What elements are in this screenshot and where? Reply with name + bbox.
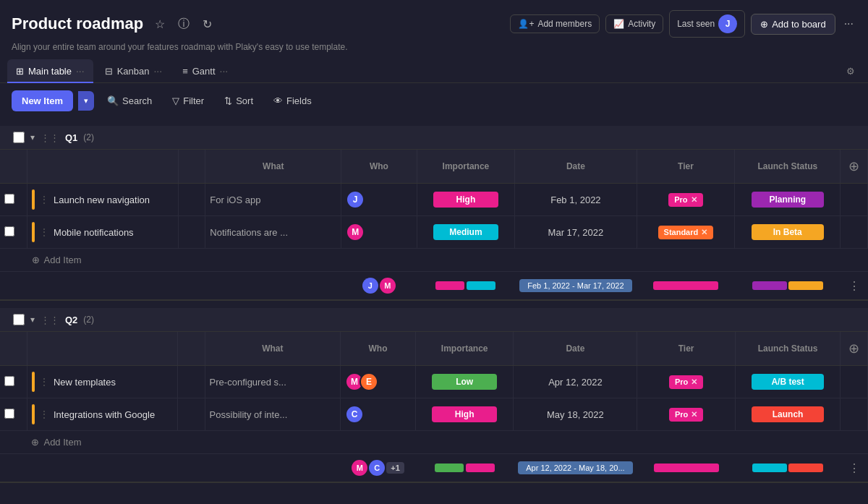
row-check-cell[interactable] <box>0 398 27 431</box>
header: Product roadmap ☆ ⓘ ↻ 👤+ Add members 📈 A… <box>0 0 868 42</box>
add-to-board-button[interactable]: ⊕ Add to board <box>751 14 835 35</box>
summary-row: JM Feb 1, 2022 - Mar 17, 2022 ⋮ <box>0 272 868 301</box>
group-chevron[interactable]: ▾ <box>30 315 35 325</box>
tier-remove[interactable]: ✕ <box>691 195 697 205</box>
row-date: May 18, 2022 <box>514 398 637 431</box>
avatar: M <box>346 223 365 242</box>
group-checkbox[interactable] <box>13 314 25 325</box>
tier-badge: Standard ✕ <box>658 226 714 239</box>
col-header-importance[interactable]: Importance <box>417 150 515 184</box>
row-checkbox[interactable] <box>4 409 14 419</box>
summary-dots[interactable]: ⋮ <box>841 272 868 301</box>
row-checkbox[interactable] <box>4 194 14 204</box>
add-item-button[interactable]: ⊕ Add Item <box>32 255 82 265</box>
avatar: J <box>718 14 737 33</box>
filter-button[interactable]: ▽ Filter <box>165 91 211 111</box>
col-header-what[interactable]: What <box>205 332 340 366</box>
refresh-icon[interactable]: ↻ <box>200 16 215 33</box>
summary-who: JM <box>341 272 417 301</box>
col-header-date[interactable]: Date <box>514 332 637 366</box>
row-check-cell[interactable] <box>0 184 27 216</box>
row-importance: High <box>417 184 515 216</box>
tab-kanban[interactable]: ⊟ Kanban ··· <box>96 59 171 82</box>
tab-kanban-more[interactable]: ··· <box>153 65 162 77</box>
summary-check <box>0 272 27 301</box>
add-item-button[interactable]: ⊕ Add Item <box>31 437 81 448</box>
group-checkbox[interactable] <box>13 132 25 143</box>
add-column-button[interactable]: ⊕ <box>846 155 862 177</box>
row-checkbox[interactable] <box>4 226 14 236</box>
col-header-who[interactable]: Who <box>340 332 415 366</box>
launch-summary-bar <box>788 464 823 472</box>
col-header-add[interactable]: ⊕ <box>841 332 868 366</box>
tier-remove[interactable]: ✕ <box>701 228 707 237</box>
col-header-launch[interactable]: Launch Status <box>735 332 841 366</box>
col-header-date[interactable]: Date <box>515 150 637 184</box>
summary-spacer <box>178 272 205 301</box>
col-header-who[interactable]: Who <box>341 150 417 184</box>
table-icon: ⊞ <box>16 66 24 77</box>
row-who: C <box>340 398 415 431</box>
avatar: J <box>362 278 378 294</box>
col-header-launch[interactable]: Launch Status <box>735 150 841 184</box>
summary-more-button[interactable]: ⋮ <box>848 461 860 475</box>
row-checkbox[interactable] <box>4 376 14 386</box>
row-spacer <box>178 366 205 398</box>
info-icon[interactable]: ⓘ <box>175 15 192 33</box>
tier-remove[interactable]: ✕ <box>691 377 697 387</box>
tier-badge: Pro ✕ <box>669 408 703 422</box>
col-header-add[interactable]: ⊕ <box>841 150 868 184</box>
summary-check <box>0 454 27 483</box>
col-header-name <box>27 150 179 184</box>
importance-badge: High <box>433 192 498 208</box>
summary-importance <box>416 454 514 483</box>
row-check-cell[interactable] <box>0 216 27 249</box>
star-icon[interactable]: ☆ <box>152 16 168 33</box>
col-header-tier[interactable]: Tier <box>637 150 735 184</box>
row-tier: Pro ✕ <box>637 398 735 431</box>
table-row: ⋮ Mobile notifications Notifications are… <box>0 216 868 249</box>
tab-main-table-more[interactable]: ··· <box>76 65 85 77</box>
summary-date: Apr 12, 2022 - May 18, 20... <box>514 454 637 483</box>
table-q1: ▾ ⋮⋮ Q1 (2) What Who Importance Date Tie… <box>0 126 868 301</box>
row-launch: Planning <box>735 184 841 216</box>
new-item-dropdown[interactable]: ▾ <box>78 91 94 111</box>
table-q2: ▾ ⋮⋮ Q2 (2) What Who Importance Date Tie… <box>0 308 868 483</box>
summary-more-button[interactable]: ⋮ <box>848 279 860 293</box>
fields-button[interactable]: 👁 Fields <box>266 91 319 111</box>
add-item-check <box>0 249 27 272</box>
row-who: M <box>341 216 417 249</box>
col-header-what[interactable]: What <box>205 150 341 184</box>
summary-dots[interactable]: ⋮ <box>841 454 868 483</box>
tier-remove[interactable]: ✕ <box>691 410 697 419</box>
col-header-tier[interactable]: Tier <box>637 332 735 366</box>
activity-button[interactable]: 📈 Activity <box>605 14 663 33</box>
row-check-cell[interactable] <box>0 366 27 398</box>
row-spacer <box>178 398 205 431</box>
add-column-button[interactable]: ⊕ <box>846 338 862 359</box>
add-members-button[interactable]: 👤+ Add members <box>510 14 600 33</box>
more-options-button[interactable]: ··· <box>841 16 856 32</box>
tab-main-table[interactable]: ⊞ Main table ··· <box>7 59 93 82</box>
tab-gantt-more[interactable]: ··· <box>220 65 229 77</box>
col-header-importance[interactable]: Importance <box>416 332 514 366</box>
sort-button[interactable]: ⇅ Sort <box>217 91 260 111</box>
subtitle: Align your entire team around your featu… <box>0 42 868 59</box>
group-chevron[interactable]: ▾ <box>30 132 35 142</box>
launch-badge: A/B test <box>752 374 824 390</box>
launch-summary-bar <box>752 281 787 290</box>
launch-badge: In Beta <box>752 224 824 240</box>
summary-launch <box>735 454 841 483</box>
last-seen-button[interactable]: Last seen J <box>669 10 745 38</box>
summary-name <box>27 272 179 301</box>
add-item-row: ⊕ Add Item <box>0 431 868 454</box>
row-name-cell: ⋮ Mobile notifications <box>27 216 179 249</box>
search-button[interactable]: 🔍 Search <box>100 91 159 111</box>
add-item-row: ⊕ Add Item <box>0 249 868 272</box>
tab-gantt[interactable]: ≡ Gantt ··· <box>174 59 237 82</box>
row-drag-icon: ⋮ <box>39 194 49 205</box>
new-item-button[interactable]: New Item <box>12 90 73 111</box>
avatar: M <box>352 460 367 476</box>
settings-icon[interactable]: ⚙ <box>841 60 861 82</box>
plus-icon: ⊕ <box>760 19 768 30</box>
